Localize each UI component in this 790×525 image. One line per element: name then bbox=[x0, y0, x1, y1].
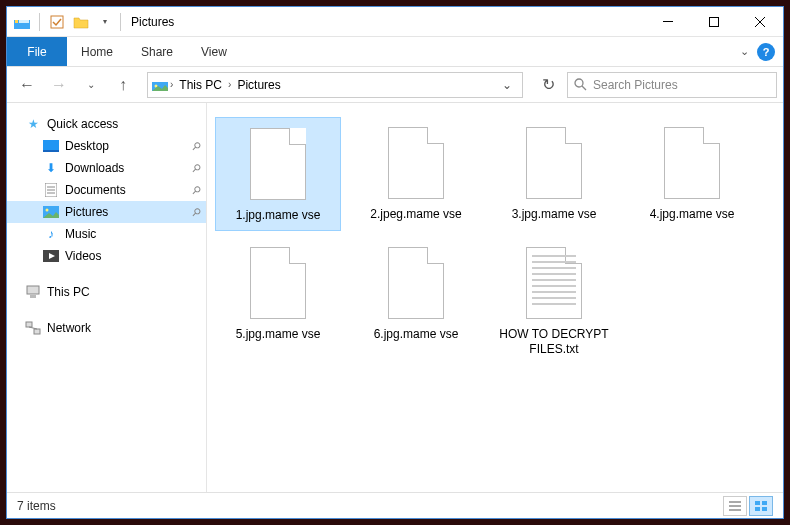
svg-rect-30 bbox=[755, 501, 760, 505]
file-item[interactable]: 3.jpg.mame vse bbox=[491, 117, 617, 231]
svg-rect-5 bbox=[663, 21, 673, 22]
sidebar-item-music[interactable]: ♪ Music bbox=[7, 223, 206, 245]
svg-rect-22 bbox=[27, 286, 39, 294]
file-tab[interactable]: File bbox=[7, 37, 67, 66]
address-bar[interactable]: › This PC › Pictures ⌄ bbox=[147, 72, 523, 98]
new-folder-icon[interactable] bbox=[70, 11, 92, 33]
music-icon: ♪ bbox=[43, 226, 59, 242]
search-icon bbox=[574, 78, 587, 91]
blank-file-icon bbox=[656, 123, 728, 203]
file-item[interactable]: 1.jpg.mame vse bbox=[215, 117, 341, 231]
svg-rect-8 bbox=[152, 79, 168, 82]
sidebar-item-downloads[interactable]: ⬇ Downloads⚲ bbox=[7, 157, 206, 179]
svg-rect-3 bbox=[19, 20, 29, 23]
svg-rect-23 bbox=[30, 295, 36, 298]
address-dropdown-icon[interactable]: ⌄ bbox=[496, 78, 518, 92]
view-tab[interactable]: View bbox=[187, 37, 241, 66]
file-name: 4.jpg.mame vse bbox=[650, 207, 735, 223]
svg-rect-31 bbox=[762, 501, 767, 505]
svg-rect-24 bbox=[26, 322, 32, 327]
videos-icon bbox=[43, 248, 59, 264]
search-input[interactable]: Search Pictures bbox=[567, 72, 777, 98]
pin-icon: ⚲ bbox=[189, 161, 204, 176]
back-button[interactable]: ← bbox=[13, 71, 41, 99]
file-item[interactable]: 2.jpeg.mame vse bbox=[353, 117, 479, 231]
breadcrumb-folder[interactable]: Pictures bbox=[233, 78, 284, 92]
titlebar: ▾ Pictures bbox=[7, 7, 783, 37]
share-tab[interactable]: Share bbox=[127, 37, 187, 66]
file-name: 2.jpeg.mame vse bbox=[370, 207, 461, 223]
svg-rect-32 bbox=[755, 507, 760, 511]
this-pc-header[interactable]: This PC bbox=[7, 281, 206, 303]
up-button[interactable]: ↑ bbox=[109, 71, 137, 99]
svg-rect-4 bbox=[51, 16, 63, 28]
file-list[interactable]: 1.jpg.mame vse2.jpeg.mame vse3.jpg.mame … bbox=[207, 103, 783, 492]
forward-button[interactable]: → bbox=[45, 71, 73, 99]
file-item[interactable]: 6.jpg.mame vse bbox=[353, 237, 479, 364]
ribbon-expand-icon[interactable]: ⌄ bbox=[740, 45, 749, 58]
documents-icon bbox=[43, 182, 59, 198]
icons-view-button[interactable] bbox=[749, 496, 773, 516]
blank-file-icon bbox=[380, 123, 452, 203]
maximize-button[interactable] bbox=[691, 7, 737, 37]
svg-rect-25 bbox=[34, 329, 40, 334]
file-name: 1.jpg.mame vse bbox=[236, 208, 321, 224]
svg-line-11 bbox=[582, 86, 586, 90]
network-header[interactable]: Network bbox=[7, 317, 206, 339]
body: ★ Quick access Desktop⚲ ⬇ Downloads⚲ Doc… bbox=[7, 103, 783, 492]
star-icon: ★ bbox=[25, 116, 41, 132]
close-button[interactable] bbox=[737, 7, 783, 37]
recent-dropdown-icon[interactable]: ⌄ bbox=[77, 71, 105, 99]
blank-file-icon bbox=[242, 124, 314, 204]
pin-icon: ⚲ bbox=[189, 183, 204, 198]
downloads-icon: ⬇ bbox=[43, 160, 59, 176]
app-icon[interactable] bbox=[11, 11, 33, 33]
file-item[interactable]: 5.jpg.mame vse bbox=[215, 237, 341, 364]
qat-dropdown-icon[interactable]: ▾ bbox=[94, 11, 116, 33]
sidebar-item-pictures[interactable]: Pictures⚲ bbox=[7, 201, 206, 223]
explorer-window: ▾ Pictures File Home Share View ⌄ ? ← → … bbox=[6, 6, 784, 519]
svg-point-10 bbox=[575, 79, 583, 87]
status-bar: 7 items bbox=[7, 492, 783, 518]
home-tab[interactable]: Home bbox=[67, 37, 127, 66]
svg-rect-12 bbox=[43, 140, 59, 150]
pictures-icon bbox=[43, 204, 59, 220]
pictures-icon bbox=[152, 77, 168, 93]
svg-rect-33 bbox=[762, 507, 767, 511]
help-icon[interactable]: ? bbox=[757, 43, 775, 61]
refresh-button[interactable]: ↻ bbox=[533, 75, 563, 94]
details-view-button[interactable] bbox=[723, 496, 747, 516]
sidebar-item-documents[interactable]: Documents⚲ bbox=[7, 179, 206, 201]
file-name: 5.jpg.mame vse bbox=[236, 327, 321, 343]
blank-file-icon bbox=[518, 123, 590, 203]
svg-rect-1 bbox=[14, 17, 30, 20]
sidebar-item-desktop[interactable]: Desktop⚲ bbox=[7, 135, 206, 157]
svg-rect-13 bbox=[43, 150, 59, 152]
chevron-right-icon[interactable]: › bbox=[168, 79, 175, 90]
text-file-icon bbox=[518, 243, 590, 323]
file-item[interactable]: 4.jpg.mame vse bbox=[629, 117, 755, 231]
ribbon-tabs: File Home Share View ⌄ ? bbox=[7, 37, 783, 67]
window-title: Pictures bbox=[131, 15, 174, 29]
file-item[interactable]: HOW TO DECRYPT FILES.txt bbox=[491, 237, 617, 364]
svg-rect-2 bbox=[15, 20, 18, 23]
breadcrumb-root[interactable]: This PC bbox=[175, 78, 226, 92]
navigation-bar: ← → ⌄ ↑ › This PC › Pictures ⌄ ↻ Search … bbox=[7, 67, 783, 103]
chevron-right-icon[interactable]: › bbox=[226, 79, 233, 90]
properties-icon[interactable] bbox=[46, 11, 68, 33]
view-toggle bbox=[723, 496, 773, 516]
blank-file-icon bbox=[242, 243, 314, 323]
pin-icon: ⚲ bbox=[189, 139, 204, 154]
quick-access-toolbar: ▾ bbox=[7, 11, 116, 33]
svg-point-19 bbox=[46, 209, 49, 212]
blank-file-icon bbox=[380, 243, 452, 323]
sidebar-item-videos[interactable]: Videos bbox=[7, 245, 206, 267]
computer-icon bbox=[25, 284, 41, 300]
svg-line-26 bbox=[29, 327, 37, 329]
quick-access-header[interactable]: ★ Quick access bbox=[7, 113, 206, 135]
svg-rect-6 bbox=[710, 17, 719, 26]
pin-icon: ⚲ bbox=[189, 205, 204, 220]
desktop-icon bbox=[43, 138, 59, 154]
file-name: 6.jpg.mame vse bbox=[374, 327, 459, 343]
minimize-button[interactable] bbox=[645, 7, 691, 37]
